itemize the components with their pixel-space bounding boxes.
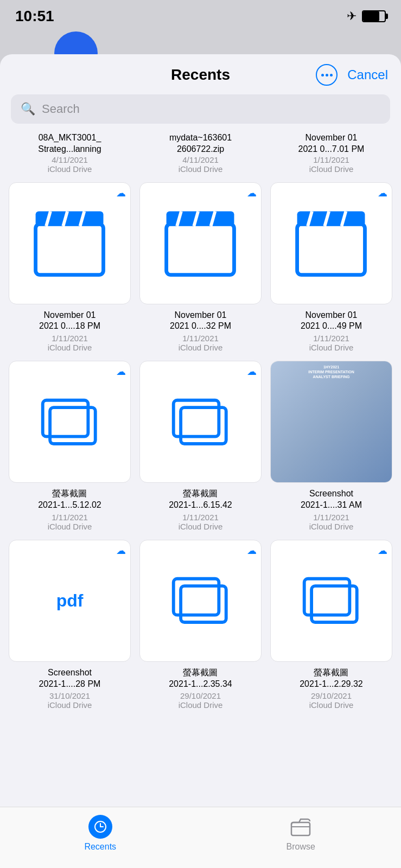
recents-tab-icon <box>88 815 112 839</box>
browse-tab-icon <box>290 816 311 838</box>
file-sheet: Recents Cancel 🔍 Search 08A_MKT3001_Stra… <box>0 54 401 868</box>
svg-rect-5 <box>167 224 234 275</box>
list-item[interactable]: ☁ November 012021 0....32 PM 1/11/2021 i… <box>139 182 262 353</box>
cloud-upload-icon: ☁ <box>247 366 257 378</box>
list-item[interactable]: ☁ 螢幕截圖2021-1...5.12.02 1/11/2021 iCloud … <box>9 361 131 531</box>
list-item[interactable]: ☁ 螢幕截圖2021-1...6.15.42 1/11/2021 iCloud … <box>139 361 262 531</box>
list-item[interactable]: mydata~1636012606722.zip 4/11/2021 iClou… <box>139 132 262 174</box>
cloud-upload-icon: ☁ <box>378 545 387 557</box>
header-actions: Cancel <box>316 59 388 86</box>
file-thumbnail: ☁ 1HY2021INTERIM PRESENTATIONANALYST BRI… <box>270 361 392 483</box>
cloud-upload-icon: ☁ <box>247 187 257 199</box>
battery-icon <box>362 10 386 22</box>
list-item[interactable]: ☁ November 012021 0....49 PM 1/11/2021 i… <box>270 182 392 353</box>
list-item[interactable]: ☁ 螢幕截圖2021-1...2.29.32 29/10/2021 iCloud… <box>270 540 392 710</box>
status-bar: 10:51 ✈ <box>0 0 401 33</box>
doc-stack-icon <box>164 564 237 637</box>
file-grid-container[interactable]: 08A_MKT3001_Strateg...lanning 4/11/2021 … <box>0 132 401 807</box>
tab-recents-label: Recents <box>84 842 116 852</box>
clapper-icon <box>158 201 243 285</box>
more-button[interactable] <box>316 64 338 86</box>
partial-top-row: 08A_MKT3001_Strateg...lanning 4/11/2021 … <box>9 132 392 174</box>
pdf-icon: pdf <box>56 591 84 611</box>
airplane-icon: ✈ <box>347 9 357 23</box>
search-container: 🔍 Search <box>0 90 401 132</box>
file-thumbnail: ☁ <box>139 361 262 483</box>
list-item[interactable]: ☁ November 012021 0....18 PM 1/11/2021 i… <box>9 182 131 353</box>
cloud-upload-icon: ☁ <box>116 545 126 557</box>
svg-rect-26 <box>291 822 310 835</box>
cloud-upload-icon: ☁ <box>116 366 126 378</box>
file-thumbnail: ☁ <box>270 182 392 304</box>
sheet-title: Recents <box>171 66 230 84</box>
svg-rect-10 <box>297 224 365 275</box>
cancel-button[interactable]: Cancel <box>347 67 388 82</box>
search-bar[interactable]: 🔍 Search <box>11 94 390 124</box>
search-placeholder: Search <box>42 102 80 116</box>
file-thumbnail: ☁ <box>9 361 131 483</box>
file-thumbnail: ☁ <box>139 182 262 304</box>
file-thumbnail: ☁ <box>9 182 131 304</box>
tab-bar: Recents Browse <box>0 807 401 868</box>
doc-stack-icon <box>34 386 106 458</box>
doc-stack-icon <box>164 386 237 458</box>
file-thumbnail: ☁ pdf <box>9 540 131 662</box>
doc-stack-icon <box>295 564 368 637</box>
list-item[interactable]: ☁ 螢幕截圖2021-1...2.35.34 29/10/2021 iCloud… <box>139 540 262 710</box>
tab-browse[interactable]: Browse <box>201 815 402 852</box>
status-icons: ✈ <box>347 9 386 23</box>
tab-recents[interactable]: Recents <box>0 815 201 852</box>
screenshot-preview: 1HY2021INTERIM PRESENTATIONANALYST BRIEF… <box>271 361 392 482</box>
list-item[interactable]: November 012021 0...7.01 PM 1/11/2021 iC… <box>270 132 392 174</box>
file-grid: ☁ November 012021 0....18 PM 1/11/2021 i… <box>9 182 392 719</box>
file-thumbnail: ☁ <box>139 540 262 662</box>
file-thumbnail: ☁ <box>270 540 392 662</box>
svg-rect-0 <box>36 224 104 275</box>
clapper-icon <box>27 201 112 285</box>
list-item[interactable]: 08A_MKT3001_Strateg...lanning 4/11/2021 … <box>9 132 131 174</box>
cloud-upload-icon: ☁ <box>247 545 257 557</box>
status-time: 10:51 <box>15 8 54 25</box>
search-icon: 🔍 <box>21 102 35 116</box>
clapper-icon <box>289 201 373 285</box>
list-item[interactable]: ☁ 1HY2021INTERIM PRESENTATIONANALYST BRI… <box>270 361 392 531</box>
more-dots-icon <box>321 74 333 76</box>
cloud-upload-icon: ☁ <box>116 187 126 199</box>
cloud-upload-icon: ☁ <box>378 187 387 199</box>
sheet-header: Recents Cancel <box>0 54 401 90</box>
list-item[interactable]: ☁ pdf Screenshot2021-1....28 PM 31/10/20… <box>9 540 131 710</box>
tab-browse-label: Browse <box>287 842 315 852</box>
